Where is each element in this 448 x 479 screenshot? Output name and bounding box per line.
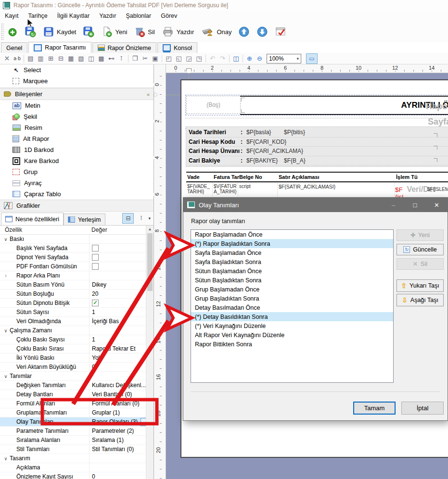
- property-row[interactable]: Sütun Boşluğu 20: [0, 290, 154, 299]
- align-right-button[interactable]: ⊟: [56, 54, 66, 63]
- checkbox[interactable]: [92, 300, 99, 306]
- zoom-in-button[interactable]: ⊕: [244, 54, 255, 63]
- menu-item[interactable]: Görev: [156, 12, 182, 20]
- approve-button[interactable]: Onay: [197, 25, 235, 39]
- cut-button[interactable]: ✂: [140, 54, 150, 63]
- tool-select[interactable]: Select: [0, 64, 154, 76]
- component-sekil[interactable]: Şekil: [0, 111, 154, 122]
- align-top-button[interactable]: ◫: [86, 54, 96, 63]
- component-grup[interactable]: Grup: [0, 166, 154, 177]
- undo-button[interactable]: ↶: [207, 54, 218, 63]
- property-row[interactable]: Çoklu Baskı Sırası Raporu Tekrar Et: [0, 344, 154, 353]
- charts-section-header[interactable]: Grafikler: [0, 200, 154, 212]
- delete-element-button[interactable]: ✕: [2, 54, 12, 63]
- tab-rapor-tasarimi[interactable]: Rapor Tasarımı: [28, 42, 91, 53]
- property-row[interactable]: Dipnot Yeni Sayfada: [0, 253, 154, 262]
- event-list-item[interactable]: Sütun Başlamadan Önce: [191, 266, 393, 276]
- send-to-back-button[interactable]: ◱: [174, 54, 184, 63]
- component-capraz-tablo[interactable]: Çapraz Tablo: [0, 189, 154, 200]
- copy-button[interactable]: ❐: [130, 54, 140, 63]
- save-as-button[interactable]: [79, 25, 98, 39]
- delete-event-button[interactable]: ✕ Sil: [397, 258, 444, 270]
- new-event-button[interactable]: ✚ Yeni: [397, 229, 444, 241]
- info-row[interactable]: Cari Hesap Ünvanı : $F{CARI_ACIKLAMA}: [189, 147, 448, 156]
- distribute-columns-button[interactable]: ▥: [36, 54, 46, 63]
- collapse-icon[interactable]: «: [147, 91, 150, 97]
- move-down-button[interactable]: ⇩ Aşağı Taşı: [397, 294, 444, 306]
- ok-button[interactable]: Tamam: [353, 402, 396, 415]
- event-list-item[interactable]: Rapor Başlamadan Önce: [191, 230, 393, 239]
- property-row[interactable]: Sıralama Alanları Sıralama (1): [0, 436, 154, 445]
- tab-konsol[interactable]: Konsol: [157, 42, 197, 53]
- property-row[interactable]: Rapor Arka Planı: [0, 271, 154, 280]
- event-list-item[interactable]: (*) Veri Kaynağını Düzenle: [191, 321, 393, 330]
- delete-button[interactable]: ✕ Sil: [130, 25, 158, 39]
- align-bottom-button[interactable]: ▩: [96, 54, 106, 63]
- detail-table-header[interactable]: Vade Fatura Tarihi Belge No Satır Açıkla…: [186, 172, 448, 182]
- navigate-down-button[interactable]: [253, 25, 271, 39]
- menu-item[interactable]: Şablonlar: [121, 12, 156, 20]
- event-list-item[interactable]: Alt Rapor Veri Kaynağını Düzenle: [191, 330, 393, 340]
- event-list-item[interactable]: Rapor Bittikten Sonra: [191, 340, 393, 349]
- navigate-up-button[interactable]: [235, 25, 253, 39]
- add-record-button[interactable]: [4, 25, 21, 38]
- components-section-header[interactable]: Bileşenler «: [0, 88, 154, 100]
- empty-text-element[interactable]: (Boş): [186, 96, 241, 114]
- chevron-down-icon[interactable]: ▾: [148, 216, 151, 221]
- property-row[interactable]: PDF Fontları Gömülsün: [0, 262, 154, 271]
- dialog-title-bar[interactable]: Olay Tanımları – □ ✕: [183, 198, 448, 212]
- detail-band-row[interactable]: $F{VADE_TARIHI} $V{FATURA_TARIHI} script…: [186, 182, 448, 199]
- ruler-toggle-button[interactable]: ▭: [306, 53, 318, 64]
- checkbox[interactable]: [92, 263, 99, 270]
- checkbox[interactable]: [92, 245, 99, 252]
- info-row[interactable]: Cari Hesap Kodu : $F{CARI_KOD}: [189, 138, 448, 147]
- redo-button[interactable]: ↷: [218, 54, 228, 63]
- center-vertical-button[interactable]: ⊺: [116, 54, 127, 63]
- info-row[interactable]: Cari Bakiye : $F{BAKIYE} $F{B_A}: [189, 156, 448, 166]
- component-1d-barkod[interactable]: 1D Barkod: [0, 144, 154, 155]
- event-list-item[interactable]: Sayfa Başlamadan Önce: [191, 248, 393, 257]
- event-list-item[interactable]: (*) Detay Basıldıktan Sonra: [191, 312, 393, 321]
- sort-view-button[interactable]: ⊺: [136, 214, 146, 223]
- report-title-element[interactable]: AYRINTILI Ö: [240, 96, 448, 115]
- component-metin[interactable]: Metin: [0, 100, 154, 111]
- zoom-out-button[interactable]: ⊖: [255, 54, 265, 63]
- save-button[interactable]: Kaydet: [39, 25, 79, 39]
- component-resim[interactable]: Resim: [0, 122, 154, 133]
- page-header-band[interactable]: Vade Tarihleri : $P{basla} $P{bitis} Car…: [186, 127, 448, 166]
- same-height-button[interactable]: ▧: [76, 54, 86, 63]
- component-alt-rapor[interactable]: Alt Rapor: [0, 133, 154, 144]
- tab-yerlesim[interactable]: Yerleşim: [64, 214, 105, 225]
- center-horizontal-button[interactable]: ⊷: [106, 54, 116, 63]
- component-kare-barkod[interactable]: Kare Barkod: [0, 155, 154, 166]
- event-list-item[interactable]: (*) Rapor Başladıktan Sonra: [191, 239, 393, 248]
- property-row[interactable]: Tanımlar: [0, 372, 154, 381]
- tree-view-button[interactable]: ⊟: [122, 213, 134, 224]
- property-scrollbar[interactable]: ▲: [146, 226, 154, 479]
- component-ayirac[interactable]: Ayıraç: [0, 177, 154, 189]
- zoom-select[interactable]: 100% ▾: [267, 54, 301, 63]
- bring-to-front-button[interactable]: ◰: [164, 54, 174, 63]
- property-row[interactable]: Çoklu Baskı Sayısı 1: [0, 335, 154, 344]
- distribute-rows-button[interactable]: ▤: [26, 54, 36, 63]
- same-width-button[interactable]: ▦: [66, 54, 76, 63]
- separator[interactable]: [228, 54, 231, 63]
- event-list-item[interactable]: Grup Başladıktan Sonra: [191, 294, 393, 303]
- scroll-up-icon[interactable]: ▲: [146, 226, 154, 231]
- property-row[interactable]: Sütun Sayısı 1: [0, 308, 154, 317]
- property-row[interactable]: Açıklama: [0, 463, 154, 472]
- property-row[interactable]: Detay Bantları Veri Bantları (0): [0, 390, 154, 399]
- property-row[interactable]: Sütun Dipnotu Bitişik: [0, 299, 154, 308]
- paste-button[interactable]: ▣: [150, 54, 160, 63]
- close-button[interactable]: ✕: [426, 198, 448, 212]
- info-row[interactable]: Vade Tarihleri : $P{basla} $P{bitis}: [189, 128, 448, 138]
- minimize-button[interactable]: –: [383, 198, 404, 212]
- event-list-item[interactable]: Sayfa Başladıktan Sonra: [191, 257, 393, 266]
- tool-marquee[interactable]: Marquee: [0, 76, 154, 87]
- separator[interactable]: [160, 54, 164, 63]
- property-row[interactable]: Veri Aktarım Büyüklüğü 0: [0, 363, 154, 372]
- property-row[interactable]: Formül Alanları Formül Alanları (0): [0, 399, 154, 408]
- separator[interactable]: [204, 54, 207, 63]
- send-backward-button[interactable]: ◳: [194, 54, 204, 63]
- property-row[interactable]: Sütun Basım Yönü Dikey: [0, 280, 154, 290]
